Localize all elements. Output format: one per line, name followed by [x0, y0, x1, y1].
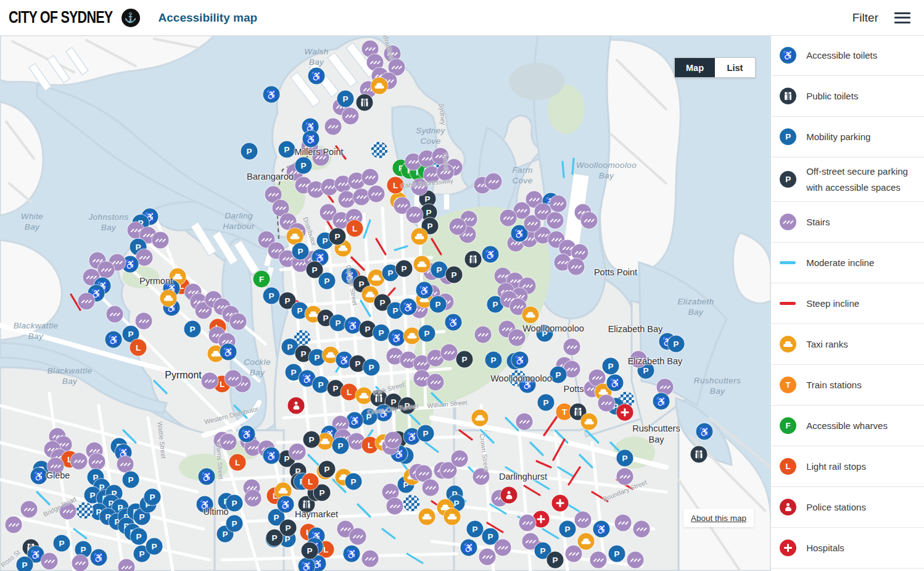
stairs-marker[interactable] [117, 456, 134, 473]
mobility-parking-marker[interactable]: P [319, 273, 336, 290]
accessible-toilet-marker[interactable]: ♿ [278, 496, 294, 513]
legend-item-mobility-parking[interactable]: PMobility parking [771, 117, 924, 157]
mobility-parking-marker[interactable]: P [184, 321, 201, 338]
accessible-toilet-marker[interactable]: ♿ [105, 331, 122, 348]
stairs-marker[interactable] [432, 148, 449, 165]
accessible-toilet-marker[interactable]: ♿ [416, 282, 433, 299]
public-toilet-marker[interactable] [465, 251, 482, 268]
taxi-rank-marker[interactable] [581, 414, 598, 430]
stairs-marker[interactable] [118, 559, 135, 571]
mobility-parking-marker[interactable]: P [146, 538, 163, 555]
stairs-marker[interactable] [313, 149, 329, 166]
taxi-rank-marker[interactable] [160, 290, 177, 307]
stairs-marker[interactable] [495, 540, 511, 556]
secure-parking-marker[interactable]: P [547, 552, 564, 569]
mobility-parking-marker[interactable]: P [54, 535, 70, 552]
secure-parking-marker[interactable]: P [280, 520, 297, 536]
stairs-marker[interactable] [406, 207, 423, 223]
legend-item-taxi[interactable]: Taxi ranks [771, 324, 924, 365]
accessible-toilet-marker[interactable]: ♿ [197, 496, 213, 513]
accessible-toilet-marker[interactable]: ♿ [653, 393, 670, 410]
stairs-marker[interactable] [575, 512, 592, 528]
light-rail-marker[interactable]: L [341, 384, 358, 401]
stairs-marker[interactable] [564, 339, 580, 356]
legend-item-public-toilet[interactable]: Public toilets [771, 76, 924, 117]
stairs-marker[interactable] [350, 528, 366, 545]
accessible-toilet-marker[interactable]: ♿ [263, 86, 280, 103]
cluster-marker[interactable] [403, 495, 420, 512]
stairs-marker[interactable] [60, 503, 76, 520]
stairs-marker[interactable] [485, 173, 502, 190]
stairs-marker[interactable] [78, 293, 95, 310]
mobility-parking-marker[interactable]: P [550, 367, 567, 383]
mobility-parking-marker[interactable]: P [485, 352, 502, 369]
stairs-marker[interactable] [550, 196, 567, 212]
mobility-parking-marker[interactable]: P [430, 296, 447, 313]
accessible-toilet-marker[interactable]: ♿ [345, 317, 361, 334]
accessible-toilet-marker[interactable]: ♿ [512, 352, 529, 369]
stairs-marker[interactable] [362, 551, 379, 567]
stairs-marker[interactable] [325, 119, 342, 135]
mobility-parking-marker[interactable]: P [538, 394, 555, 411]
stairs-marker[interactable] [47, 458, 64, 475]
map-view-button[interactable]: Map [675, 58, 715, 77]
stairs-marker[interactable] [427, 374, 444, 391]
taxi-rank-marker[interactable] [404, 328, 421, 344]
mobility-parking-marker[interactable]: P [361, 409, 377, 425]
police-station-marker[interactable] [501, 487, 518, 504]
stairs-marker[interactable] [509, 330, 526, 346]
accessible-toilet-marker[interactable]: ♿ [199, 469, 215, 485]
mobility-parking-marker[interactable]: P [418, 425, 434, 442]
stairs-marker[interactable] [385, 432, 402, 449]
stairs-marker[interactable] [41, 553, 58, 570]
legend-item-stairs[interactable]: Stairs [771, 202, 924, 243]
stairs-marker[interactable] [598, 395, 615, 412]
hamburger-menu-icon[interactable] [894, 12, 910, 23]
mobility-parking-marker[interactable]: P [668, 336, 685, 352]
stairs-marker[interactable] [107, 306, 123, 323]
secure-parking-marker[interactable]: P [319, 461, 336, 478]
mobility-parking-marker[interactable]: P [345, 473, 362, 490]
stairs-marker[interactable] [202, 373, 218, 390]
mobility-parking-marker[interactable]: P [226, 495, 243, 512]
accessible-toilet-marker[interactable]: ♿ [593, 521, 610, 538]
mobility-parking-marker[interactable]: P [559, 521, 576, 538]
filter-button[interactable]: Filter [852, 11, 878, 25]
accessible-toilet-marker[interactable]: ♿ [696, 423, 713, 440]
stairs-marker[interactable] [479, 549, 496, 565]
stairs-marker[interactable] [89, 454, 105, 470]
legend-item-moderate-incline[interactable]: Moderate incline [771, 243, 924, 283]
accessible-toilet-marker[interactable]: ♿ [607, 375, 624, 391]
city-of-sydney-logo[interactable]: CITY OF SYDNEY ⚓ [9, 8, 140, 27]
accessible-toilet-marker[interactable]: ♿ [445, 314, 462, 331]
accessible-toilet-marker[interactable]: ♿ [347, 412, 363, 429]
police-station-marker[interactable] [288, 398, 305, 414]
about-this-map-link[interactable]: About this map [691, 514, 746, 523]
light-rail-marker[interactable]: L [347, 220, 363, 237]
stairs-marker[interactable] [220, 434, 237, 451]
hospital-marker[interactable] [552, 495, 569, 512]
public-toilet-marker[interactable] [357, 94, 373, 111]
taxi-rank-marker[interactable] [411, 228, 428, 245]
taxi-rank-marker[interactable] [414, 256, 431, 273]
accessible-toilet-marker[interactable]: ♿ [400, 299, 417, 315]
cluster-marker[interactable] [76, 502, 93, 519]
accessible-toilet-marker[interactable]: ♿ [303, 131, 320, 148]
legend-item-wharf[interactable]: FAccessible wharves [771, 406, 924, 446]
light-rail-marker[interactable]: L [229, 454, 246, 471]
stairs-marker[interactable] [500, 210, 517, 227]
accessible-toilet-marker[interactable]: ♿ [308, 68, 325, 85]
mobility-parking-marker[interactable]: P [537, 325, 553, 342]
light-rail-marker[interactable]: L [387, 177, 404, 194]
mobility-parking-marker[interactable]: P [226, 515, 243, 532]
stairs-marker[interactable] [566, 546, 582, 562]
mobility-parking-marker[interactable]: P [241, 143, 258, 160]
stairs-marker[interactable] [437, 164, 454, 181]
legend-item-hospital[interactable]: Hospitals [771, 528, 924, 569]
light-rail-marker[interactable]: L [130, 340, 147, 356]
mobility-parking-marker[interactable]: P [617, 450, 633, 467]
stairs-marker[interactable] [225, 370, 242, 387]
mobility-parking-marker[interactable]: P [123, 472, 139, 488]
taxi-rank-marker[interactable] [356, 388, 373, 404]
secure-parking-marker[interactable]: P [446, 267, 463, 283]
